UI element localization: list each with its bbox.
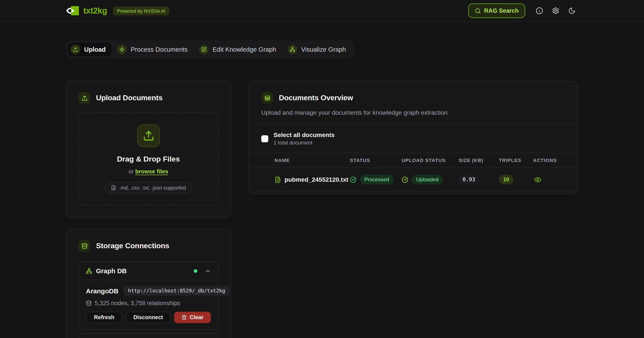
tab-process-documents[interactable]: Process Documents: [114, 42, 194, 56]
table-header-row: NAME STATUS UPLOAD STATUS SIZE (KB) TRIP…: [249, 153, 578, 168]
view-document-button[interactable]: [533, 175, 542, 184]
graph-db-section: Graph DB ArangoDB http://localhost:8529/…: [78, 261, 218, 330]
theme-toggle-button[interactable]: [566, 5, 577, 16]
upload-icon: [70, 44, 80, 54]
main-tabs: Upload Process Documents Edit Knowledge …: [66, 40, 354, 58]
app-root: txt2kg Powered by NVIDIA AI RAG Search: [0, 0, 644, 338]
col-header-name: NAME: [274, 158, 350, 163]
col-header-actions: ACTIONS: [533, 158, 578, 163]
col-header-upload-status: UPLOAD STATUS: [402, 158, 458, 163]
upload-icon: [78, 92, 90, 104]
documents-panel-header: Documents Overview: [261, 92, 566, 104]
rag-search-button[interactable]: RAG Search: [468, 3, 525, 18]
zap-icon: [117, 44, 127, 54]
upload-documents-panel: Upload Documents Drag & Drop Files or br…: [66, 81, 231, 218]
right-column: Documents Overview Upload and manage you…: [248, 81, 578, 194]
upload-status-badge: Uploaded: [412, 175, 443, 184]
left-column: Upload Documents Drag & Drop Files or br…: [66, 81, 231, 338]
connected-status-dot: [194, 269, 197, 273]
network-icon: [86, 268, 92, 274]
select-all-checkbox[interactable]: [261, 135, 268, 142]
graph-db-provider: ArangoDB: [86, 287, 118, 294]
trash-icon: [181, 315, 186, 320]
upload-panel-header: Upload Documents: [78, 92, 218, 104]
documents-overview-panel: Documents Overview Upload and manage you…: [248, 81, 578, 194]
database-icon: [86, 300, 92, 306]
divider: [249, 123, 578, 124]
file-dropzone[interactable]: Drag & Drop Files or browse files .md, .…: [78, 113, 218, 205]
col-header-size: SIZE (KB): [458, 158, 499, 163]
database-icon: [78, 240, 90, 252]
main-content: Upload Documents Drag & Drop Files or br…: [66, 81, 578, 338]
settings-button[interactable]: [550, 5, 561, 16]
select-all-label: Select all documents: [274, 131, 335, 138]
brand: txt2kg Powered by NVIDIA AI: [66, 6, 169, 15]
info-button[interactable]: [534, 5, 545, 16]
app-title: txt2kg: [83, 6, 107, 15]
document-name: pubmed_24552120.txt: [284, 176, 348, 183]
triples-badge: 10: [499, 175, 514, 184]
supported-formats-badge: .md, .csv, .txt, .json supported: [105, 182, 192, 193]
dropzone-title: Drag & Drop Files: [117, 155, 180, 164]
edit-icon: [199, 44, 209, 54]
upload-icon: [137, 124, 160, 147]
documents-panel-title: Documents Overview: [279, 93, 353, 102]
storage-connections-panel: Storage Connections Graph DB: [66, 229, 231, 338]
documents-table: NAME STATUS UPLOAD STATUS SIZE (KB) TRIP…: [249, 153, 578, 192]
graph-db-stats: 5,325 nodes, 3,758 relationships: [86, 300, 211, 307]
tab-edit-knowledge-graph[interactable]: Edit Knowledge Graph: [196, 42, 282, 56]
refresh-button[interactable]: Refresh: [86, 312, 122, 323]
dropzone-subtext: or browse files: [129, 168, 168, 175]
eye-icon: [534, 176, 542, 183]
graph-db-url: http://localhost:8529/_db/txt2kg: [124, 286, 230, 296]
col-header-status: STATUS: [350, 158, 402, 163]
tab-upload[interactable]: Upload: [68, 42, 112, 56]
status-badge: Processed: [360, 175, 394, 184]
table-row: pubmed_24552120.txt Processed: [249, 168, 578, 192]
nvidia-logo-icon: [66, 6, 79, 15]
check-circle-icon: [402, 176, 408, 183]
storage-panel-header: Storage Connections: [78, 240, 218, 252]
graph-db-label: Graph DB: [96, 267, 127, 275]
col-header-triples: TRIPLES: [499, 158, 533, 163]
table-icon: [261, 92, 273, 104]
disconnect-button[interactable]: Disconnect: [126, 312, 170, 323]
check-circle-icon: [350, 176, 356, 183]
documents-panel-subtitle: Upload and manage your documents for kno…: [261, 109, 566, 116]
storage-panel-title: Storage Connections: [96, 241, 169, 250]
upload-panel-title: Upload Documents: [96, 93, 162, 102]
size-value: 0.93: [458, 175, 479, 184]
select-all-row: Select all documents 1 total document: [261, 131, 566, 146]
top-nav: txt2kg Powered by NVIDIA AI RAG Search: [0, 0, 644, 22]
chevron-up-icon: [205, 268, 211, 274]
browse-files-link[interactable]: browse files: [135, 168, 168, 175]
vector-db-toggle[interactable]: Vector DB: [79, 334, 218, 338]
info-icon: [536, 7, 543, 14]
powered-badge: Powered by NVIDIA AI: [113, 6, 169, 15]
moon-icon: [568, 7, 576, 14]
search-icon: [475, 8, 481, 14]
top-nav-actions: RAG Search: [468, 3, 577, 18]
vector-db-section: Vector DB: [78, 333, 218, 338]
gear-icon: [552, 7, 560, 14]
network-icon: [288, 44, 297, 54]
document-count: 1 total document: [274, 140, 335, 146]
graph-db-details: ArangoDB http://localhost:8529/_db/txt2k…: [79, 280, 218, 329]
clear-button[interactable]: Clear: [174, 312, 211, 323]
tab-visualize-graph[interactable]: Visualize Graph: [285, 42, 352, 56]
file-icon: [111, 185, 116, 190]
file-text-icon: [274, 176, 281, 183]
graph-db-toggle[interactable]: Graph DB: [79, 262, 218, 280]
